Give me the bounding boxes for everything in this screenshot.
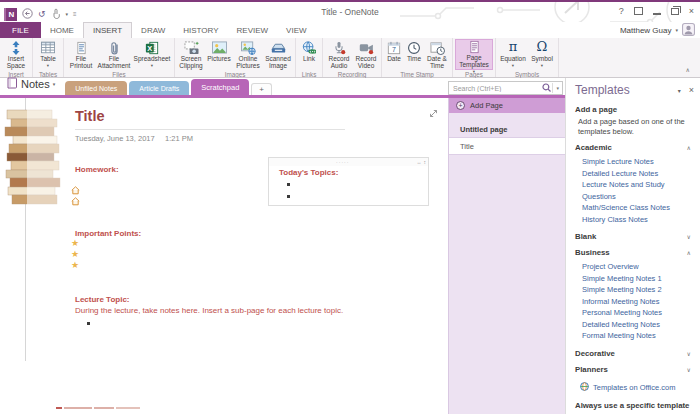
dropdown-arrow-icon: ▾ <box>47 64 49 68</box>
help-button[interactable]: ? <box>619 6 624 16</box>
page-templates-button[interactable]: Page Templates ▾ <box>455 39 493 70</box>
container-header[interactable]: ····· ↔ ↕ <box>269 158 428 166</box>
ribbon-group-timestamp: 7 Date Time Date & Time Time Stamp <box>382 38 453 77</box>
category-academic[interactable]: Academic ∧ <box>575 143 694 152</box>
record-audio-icon <box>332 40 346 55</box>
template-link[interactable]: Formal Meeting Notes <box>582 330 694 342</box>
homework-heading[interactable]: Homework: <box>75 165 119 174</box>
template-link[interactable]: Lecture Notes and Study Questions <box>582 179 694 202</box>
template-link[interactable]: Detailed Lecture Notes <box>582 168 694 180</box>
chevron-down-icon[interactable]: ∨ <box>687 366 691 373</box>
page-tab-untitled[interactable]: Untitled page <box>449 121 565 137</box>
chevron-down-icon[interactable]: ∨ <box>687 350 691 357</box>
ribbon-group-links: Link Links <box>296 38 323 77</box>
business-templates: Project Overview Simple Meeting Notes 1 … <box>582 261 694 342</box>
title-bar: N ↺ ▾ ≡ Title - OneNote ? × <box>0 0 700 22</box>
template-link[interactable]: Informal Meeting Notes <box>582 296 694 308</box>
category-business[interactable]: Business ∧ <box>575 248 694 257</box>
link-button[interactable]: Link <box>298 39 320 70</box>
page-canvas[interactable]: Title Tuesday, June 13, 2017 1:21 PM Hom… <box>0 98 448 414</box>
account-area[interactable]: Matthew Guay ▾ <box>620 22 700 38</box>
template-link[interactable]: Math/Science Class Notes <box>582 202 694 214</box>
new-section-tab[interactable]: + <box>251 83 272 95</box>
pictures-icon <box>212 40 227 55</box>
section-tab-article-drafts[interactable]: Article Drafts <box>129 81 189 95</box>
pictures-button[interactable]: Pictures <box>205 39 233 70</box>
screen-clipping-icon <box>184 40 199 55</box>
star-tag-icon[interactable]: ★ <box>71 239 79 248</box>
tab-view[interactable]: VIEW <box>277 22 315 38</box>
lecture-topic-body[interactable]: During the lecture, take notes here. Ins… <box>75 306 405 315</box>
section-tab-scratchpad[interactable]: Scratchpad <box>191 79 249 95</box>
todays-topics-container[interactable]: ····· ↔ ↕ Today's Topics: <box>268 157 429 206</box>
container-drag-handle-icon[interactable]: ····· <box>269 160 417 165</box>
scanned-image-button[interactable]: Scanned Image <box>263 39 293 70</box>
container-resize-icon[interactable]: ↔ <box>417 160 424 165</box>
template-link[interactable]: Simple Meeting Notes 1 <box>582 273 694 285</box>
star-tag-icon[interactable]: ★ <box>71 250 79 259</box>
date-button[interactable]: 7 Date <box>384 39 404 70</box>
search-scope-dropdown-icon[interactable]: ▾ <box>553 85 562 91</box>
page-tabs-panel: + Add Page Untitled page Title <box>448 98 565 414</box>
template-link[interactable]: Personal Meeting Notes <box>582 307 694 319</box>
date-time-button[interactable]: Date & Time <box>424 39 450 70</box>
add-page-button[interactable]: + Add Page <box>449 98 565 113</box>
section-tab-unfiled-notes[interactable]: Unfiled Notes <box>65 81 127 95</box>
symbol-button[interactable]: Ω Symbol ▾ <box>528 39 556 70</box>
page-title[interactable]: Title <box>75 108 105 124</box>
category-planners[interactable]: Planners ∨ <box>575 365 694 374</box>
chevron-up-icon[interactable]: ∧ <box>687 144 691 151</box>
close-button[interactable]: × <box>689 6 694 16</box>
online-pictures-button[interactable]: Online Pictures <box>233 39 263 70</box>
star-tag-icon[interactable]: ★ <box>71 261 79 270</box>
pane-dropdown-icon[interactable]: ▾ <box>678 87 681 94</box>
screen-clipping-button[interactable]: Screen Clipping <box>177 39 205 70</box>
restore-button[interactable] <box>671 8 679 15</box>
category-decorative[interactable]: Decorative ∨ <box>575 349 694 358</box>
pane-close-icon[interactable]: × <box>689 85 694 95</box>
page-tab-title[interactable]: Title <box>449 137 565 155</box>
template-link[interactable]: Simple Meeting Notes 2 <box>582 284 694 296</box>
homework-tag-icon[interactable] <box>71 192 80 210</box>
expand-page-icon[interactable] <box>429 104 438 122</box>
add-page-plus-icon: + <box>456 101 465 110</box>
template-link[interactable]: Simple Lecture Notes <box>582 156 694 168</box>
category-blank[interactable]: Blank ∨ <box>575 232 694 241</box>
date-icon: 7 <box>387 40 401 55</box>
file-printout-button[interactable]: File Printout <box>66 39 96 70</box>
record-audio-button[interactable]: Record Audio <box>325 39 353 70</box>
insert-space-button[interactable]: Insert Space <box>2 39 30 70</box>
tab-home[interactable]: HOME <box>41 22 83 38</box>
tab-insert[interactable]: INSERT <box>83 22 132 38</box>
template-link[interactable]: History Class Notes <box>582 214 694 226</box>
important-points-heading[interactable]: Important Points: <box>75 229 141 238</box>
chevron-up-icon[interactable]: ∧ <box>687 249 691 256</box>
spreadsheet-button[interactable]: X Spreadsheet ▾ <box>132 39 172 70</box>
link-icon <box>302 40 316 55</box>
tab-review[interactable]: REVIEW <box>228 22 278 38</box>
avatar[interactable] <box>682 23 695 38</box>
lecture-topic-heading[interactable]: Lecture Topic: <box>75 295 130 304</box>
search-input[interactable] <box>449 85 542 92</box>
todays-topics-heading[interactable]: Today's Topics: <box>279 168 338 177</box>
tab-file[interactable]: FILE <box>0 22 41 38</box>
notebook-dropdown[interactable]: Notes ▾ <box>0 75 65 95</box>
minimize-button[interactable] <box>653 13 661 15</box>
tab-draw[interactable]: DRAW <box>132 22 174 38</box>
always-use-heading: Always use a specific template <box>575 401 694 410</box>
collapse-ribbon-button[interactable]: ∧ <box>686 66 690 73</box>
ribbon-display-options-button[interactable] <box>634 7 643 15</box>
ribbon-group-symbols: π Equation ▾ Ω Symbol ▾ Symbols <box>496 38 559 77</box>
file-attachment-button[interactable]: File Attachment <box>96 39 132 70</box>
table-button[interactable]: Table ▾ <box>35 39 61 70</box>
chevron-down-icon[interactable]: ∨ <box>687 233 691 240</box>
equation-button[interactable]: π Equation ▾ <box>498 39 528 70</box>
template-link[interactable]: Project Overview <box>582 261 694 273</box>
office-templates-link[interactable]: Templates on Office.com <box>593 383 675 392</box>
time-button[interactable]: Time <box>404 39 424 70</box>
ribbon-group-insert: Insert Space Insert <box>0 38 33 77</box>
tab-history[interactable]: HISTORY <box>174 22 227 38</box>
record-video-button[interactable]: Record Video <box>353 39 379 70</box>
container-resize-icon[interactable]: ↕ <box>424 160 429 165</box>
template-link[interactable]: Detailed Meeting Notes <box>582 319 694 331</box>
